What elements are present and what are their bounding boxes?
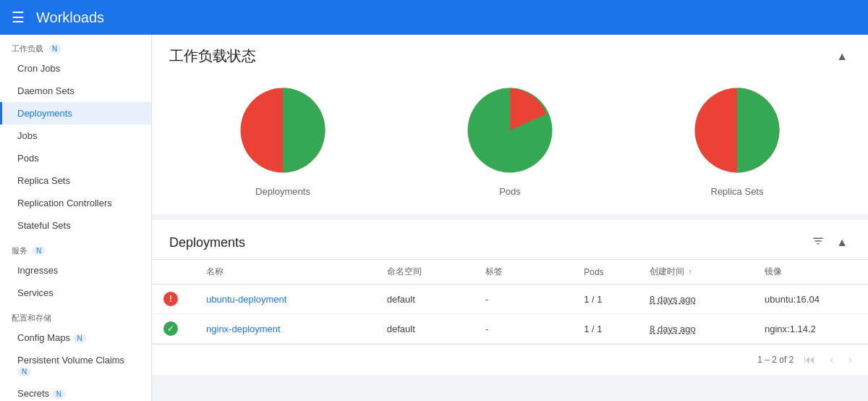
pie-replica-sets (690, 83, 784, 177)
filter-button[interactable] (809, 232, 827, 253)
pagination-next-button[interactable]: › (844, 350, 856, 369)
sidebar-item-services[interactable]: Services (0, 282, 151, 304)
row-labels-ubuntu: - (474, 284, 572, 314)
chart-deployments-label: Deployments (255, 186, 310, 197)
row-pods-nginx: 1 / 1 (572, 314, 638, 344)
sidebar: 工作负载 N Cron Jobs Daemon Sets Deployments… (0, 35, 152, 401)
sidebar-item-pods[interactable]: Pods (0, 147, 151, 169)
chart-replica-sets: Replica Sets (690, 83, 784, 197)
deployment-link-nginx[interactable]: nginx-deployment (206, 324, 281, 334)
services-badge: N (32, 246, 46, 256)
secrets-badge: N (52, 389, 66, 399)
content-area: 工作负载状态 ▲ Deployments (152, 35, 868, 401)
table-footer: 1 – 2 of 2 ⏮ ‹ › (152, 344, 868, 375)
row-created-ubuntu: 8 days ago (638, 284, 753, 314)
row-name-nginx: nginx-deployment (195, 314, 375, 344)
deployment-link-ubuntu[interactable]: ubuntu-deployment (206, 294, 286, 305)
table-row: ! ubuntu-deployment default - 1 / 1 8 da… (152, 284, 868, 314)
config-section-header: 配置和存储 (0, 304, 151, 326)
chart-pods: Pods (463, 83, 557, 197)
pie-deployments (236, 83, 330, 177)
created-date-nginx[interactable]: 8 days ago (650, 324, 696, 334)
sidebar-item-deployments[interactable]: Deployments (0, 102, 151, 124)
col-header-labels: 标签 (474, 260, 572, 284)
sidebar-item-replication-controllers[interactable]: Replication Controllers (0, 192, 151, 214)
sidebar-item-secrets[interactable]: Secrets N (0, 382, 151, 401)
col-header-status (152, 260, 195, 284)
sidebar-item-ingresses[interactable]: Ingresses (0, 259, 151, 282)
col-header-name: 名称 (195, 260, 375, 284)
col-header-pods: Pods (572, 260, 638, 284)
pvc-badge: N (17, 367, 31, 376)
collapse-table-button[interactable]: ▲ (833, 233, 851, 252)
topbar-title: Workloads (36, 9, 104, 26)
sidebar-item-replica-sets[interactable]: Replica Sets (0, 169, 151, 192)
row-namespace-ubuntu: default (375, 284, 474, 314)
config-maps-badge: N (73, 334, 87, 343)
row-image-nginx: nginx:1.14.2 (753, 314, 868, 344)
services-section-header: 服务 N (0, 237, 151, 259)
workload-status-title: 工作负载状态 (169, 46, 256, 66)
main-layout: 工作负载 N Cron Jobs Daemon Sets Deployments… (0, 35, 868, 401)
workloads-badge: N (48, 44, 61, 54)
table-actions: ▲ (809, 232, 851, 253)
workload-status-card: 工作负载状态 ▲ Deployments (152, 35, 868, 214)
menu-icon[interactable]: ☰ (12, 9, 25, 26)
row-status-error: ! (152, 284, 195, 314)
row-namespace-nginx: default (375, 314, 474, 344)
workloads-section-header: 工作负载 N (0, 35, 151, 57)
status-ok-icon: ✓ (163, 321, 178, 336)
col-header-image: 镜像 (753, 260, 868, 284)
col-header-namespace: 命名空间 (375, 260, 474, 284)
deployments-table-title: Deployments (169, 235, 245, 250)
sidebar-item-jobs[interactable]: Jobs (0, 124, 151, 147)
workload-status-header: 工作负载状态 ▲ (152, 35, 868, 72)
row-name-ubuntu: ubuntu-deployment (195, 284, 375, 314)
sidebar-item-stateful-sets[interactable]: Stateful Sets (0, 214, 151, 237)
table-header-row: 名称 命名空间 标签 Pods 创建时间 ↑ 镜像 (152, 260, 868, 284)
chart-deployments: Deployments (236, 83, 330, 197)
chart-replica-sets-label: Replica Sets (711, 186, 764, 197)
col-header-created: 创建时间 ↑ (638, 260, 753, 284)
charts-row: Deployments Pods (152, 72, 868, 214)
row-created-nginx: 8 days ago (638, 314, 753, 344)
pagination-info: 1 – 2 of 2 (757, 355, 793, 365)
sidebar-item-pvc[interactable]: Persistent Volume Claims N (0, 349, 151, 382)
sidebar-item-config-maps[interactable]: Config Maps N (0, 326, 151, 349)
pie-pods (463, 83, 557, 177)
row-labels-nginx: - (474, 314, 572, 344)
sidebar-item-daemon-sets[interactable]: Daemon Sets (0, 80, 151, 102)
sidebar-item-cron-jobs[interactable]: Cron Jobs (0, 57, 151, 80)
collapse-status-button[interactable]: ▲ (833, 47, 851, 66)
row-image-ubuntu: ubuntu:16.04 (753, 284, 868, 314)
table-row: ✓ nginx-deployment default - 1 / 1 8 day… (152, 314, 868, 344)
status-error-icon: ! (163, 292, 178, 306)
row-pods-ubuntu: 1 / 1 (572, 284, 638, 314)
chart-pods-label: Pods (499, 186, 521, 197)
created-date-ubuntu[interactable]: 8 days ago (650, 294, 696, 305)
deployments-table-card: Deployments ▲ 名称 命名空间 标签 Pods (152, 220, 868, 375)
row-status-ok: ✓ (152, 314, 195, 344)
deployments-table: 名称 命名空间 标签 Pods 创建时间 ↑ 镜像 ! ubunt (152, 260, 868, 344)
topbar: ☰ Workloads (0, 0, 868, 35)
deployments-table-header: Deployments ▲ (152, 220, 868, 260)
pagination-first-button[interactable]: ⏮ (799, 350, 820, 369)
pagination-prev-button[interactable]: ‹ (825, 350, 838, 369)
